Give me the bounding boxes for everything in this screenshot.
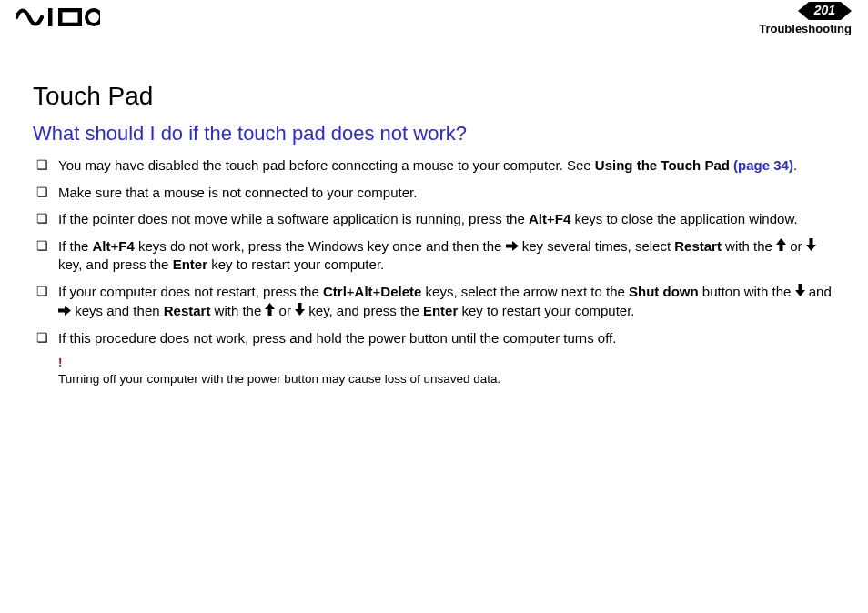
svg-rect-10 bbox=[809, 238, 812, 245]
question-heading: What should I do if the touch pad does n… bbox=[33, 122, 835, 146]
page-number-nav: 201 bbox=[798, 2, 852, 20]
page-title: Touch Pad bbox=[33, 82, 835, 111]
warning-note: ! Turning off your computer with the pow… bbox=[58, 357, 835, 387]
svg-rect-18 bbox=[298, 303, 302, 309]
svg-marker-11 bbox=[806, 245, 816, 251]
svg-rect-9 bbox=[779, 245, 782, 251]
arrow-up-icon bbox=[776, 237, 786, 256]
svg-marker-7 bbox=[512, 241, 519, 251]
svg-marker-19 bbox=[295, 309, 305, 316]
page-number: 201 bbox=[809, 2, 841, 20]
prev-page-arrow-icon[interactable] bbox=[798, 2, 809, 20]
page-header: 201 Troubleshooting bbox=[0, 0, 868, 36]
arrow-right-icon bbox=[506, 237, 519, 256]
svg-rect-12 bbox=[798, 284, 802, 290]
vaio-logo bbox=[16, 7, 100, 27]
svg-rect-4 bbox=[78, 8, 83, 26]
svg-marker-15 bbox=[65, 306, 71, 316]
arrow-down-icon bbox=[295, 302, 305, 320]
warning-text: Turning off your computer with the power… bbox=[58, 372, 500, 386]
content: Touch Pad What should I do if the touch … bbox=[0, 36, 868, 387]
arrow-down-icon bbox=[806, 237, 816, 256]
list-item: You may have disabled the touch pad befo… bbox=[33, 156, 835, 175]
warning-icon: ! bbox=[58, 357, 835, 368]
page-link[interactable]: (page 34) bbox=[733, 157, 793, 173]
troubleshoot-list: You may have disabled the touch pad befo… bbox=[33, 156, 835, 347]
svg-rect-0 bbox=[48, 8, 53, 26]
next-page-arrow-icon[interactable] bbox=[841, 2, 852, 20]
svg-rect-6 bbox=[506, 244, 512, 247]
list-item: If the Alt+F4 keys do not work, press th… bbox=[33, 237, 835, 274]
list-item: If this procedure does not work, press a… bbox=[33, 329, 835, 347]
list-item: If the pointer does not move while a sof… bbox=[33, 210, 835, 228]
svg-marker-8 bbox=[776, 238, 786, 245]
svg-marker-13 bbox=[795, 290, 805, 296]
arrow-down-icon bbox=[795, 283, 805, 301]
list-item: Make sure that a mouse is not connected … bbox=[33, 184, 835, 202]
arrow-right-icon bbox=[58, 302, 71, 320]
section-label: Troubleshooting bbox=[759, 22, 852, 35]
list-item: If your computer does not restart, press… bbox=[33, 283, 835, 321]
svg-point-5 bbox=[86, 10, 100, 25]
svg-rect-3 bbox=[58, 8, 63, 26]
svg-marker-16 bbox=[265, 303, 275, 309]
arrow-up-icon bbox=[265, 302, 275, 320]
svg-rect-14 bbox=[58, 308, 65, 312]
svg-rect-17 bbox=[268, 309, 272, 316]
